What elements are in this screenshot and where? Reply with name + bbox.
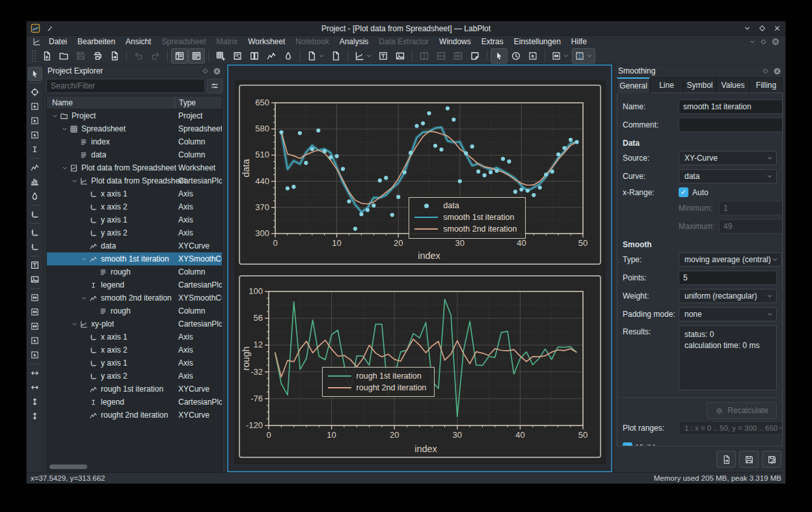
tab-general[interactable]: General: [617, 77, 650, 93]
shift-left-x-button[interactable]: [28, 366, 42, 380]
magnification-button[interactable]: [548, 48, 572, 64]
select-tool-button[interactable]: [28, 67, 42, 81]
menu-extras[interactable]: Extras: [476, 37, 509, 46]
mdi-restore-button[interactable]: [760, 38, 767, 46]
add-image-button[interactable]: [28, 273, 42, 286]
auto-scale-x-button[interactable]: [28, 305, 42, 319]
plot-legend[interactable]: rough 1st iterationrought 2nd iteration: [322, 367, 435, 397]
tab-values[interactable]: Values: [716, 77, 750, 93]
zoom-y-select-tool-button[interactable]: [28, 128, 42, 142]
add-text-label-button[interactable]: [28, 258, 42, 272]
tree-row-project-project[interactable]: ProjectProject: [47, 109, 222, 122]
tree-row-rough-column[interactable]: roughColumn: [47, 304, 222, 317]
dock-float-button[interactable]: [202, 68, 209, 75]
y-axis-title[interactable]: rough: [241, 346, 251, 370]
expander-chevron-icon[interactable]: [70, 321, 79, 328]
tree-header-name[interactable]: Name: [47, 98, 174, 107]
tree-row-y-axis-1-axis[interactable]: y axis 1Axis: [47, 213, 222, 226]
x-axis-title[interactable]: index: [418, 250, 440, 261]
add-fourier-filter-button[interactable]: [28, 189, 42, 203]
expander-chevron-icon[interactable]: [80, 256, 88, 263]
color-maps-button[interactable]: [280, 48, 297, 64]
comment-field[interactable]: [679, 118, 783, 132]
weight-combobox[interactable]: uniform (rectangular): [679, 289, 777, 303]
export-button[interactable]: [106, 48, 123, 64]
new-workbook-button[interactable]: [246, 48, 263, 64]
add-bottom-axis-button[interactable]: [28, 226, 42, 239]
plot-legend[interactable]: datasmooth 1st iterationsmooth 2nd itera…: [409, 197, 525, 239]
menu-worksheet[interactable]: Worksheet: [243, 37, 290, 46]
tree-row-index-column[interactable]: indexColumn: [47, 135, 222, 148]
y-axis-title[interactable]: data: [241, 158, 251, 177]
new-project-button[interactable]: [38, 48, 55, 64]
menu-hilfe[interactable]: Hilfe: [566, 37, 592, 46]
add-axis-button[interactable]: [28, 208, 42, 221]
zoom-x-select-tool-button[interactable]: [28, 114, 42, 128]
toggle-project-explorer-button[interactable]: [171, 48, 188, 64]
tree-row-smooth-2nd-iteration-xysmoothcurve[interactable]: smooth 2nd iterationXYSmoothCurve: [47, 291, 222, 304]
new-matrix-button[interactable]: [229, 48, 246, 64]
pin-icon[interactable]: [46, 25, 53, 33]
tree-header-type[interactable]: Type: [174, 96, 222, 109]
zoom-out-button[interactable]: [28, 348, 42, 362]
points-spinbox[interactable]: [679, 271, 777, 285]
tree-row-xy-plot-cartesianplot[interactable]: xy-plotCartesianPlot: [47, 317, 222, 330]
tree-row-legend-cartesianplotlegend[interactable]: legendCartesianPlotLegend: [47, 396, 222, 409]
tree-row-data-xycurve[interactable]: dataXYCurve: [47, 239, 222, 252]
shift-down-y-button[interactable]: [28, 409, 42, 423]
menu-ansicht[interactable]: Ansicht: [120, 37, 156, 46]
mdi-close-button[interactable]: [771, 37, 780, 46]
zoom-select-tool-button[interactable]: [28, 100, 42, 113]
worksheet-page[interactable]: 01020304050300370440510580650indexdata d…: [235, 81, 605, 464]
type-combobox[interactable]: moving average (central): [679, 252, 782, 267]
menu-analysis[interactable]: Analysis: [334, 37, 374, 46]
worksheet-view[interactable]: 01020304050300370440510580650indexdata d…: [227, 64, 612, 472]
plot-data-from-spreadsheet[interactable]: 01020304050300370440510580650indexdata d…: [239, 85, 601, 265]
search-input[interactable]: [46, 79, 205, 93]
load-config-button[interactable]: [716, 451, 736, 468]
padding-mode-combobox[interactable]: none: [679, 307, 777, 321]
close-button[interactable]: [773, 24, 781, 33]
mdi-minimize-button[interactable]: [749, 38, 756, 46]
tab-symbol[interactable]: Symbol: [683, 77, 716, 93]
toolbar-handle[interactable]: [32, 50, 36, 62]
expander-chevron-icon[interactable]: [51, 113, 59, 120]
curve-combobox[interactable]: data: [679, 169, 777, 183]
print-button[interactable]: [89, 48, 106, 64]
points-field[interactable]: [679, 271, 777, 284]
open-project-button[interactable]: [55, 48, 72, 64]
add-xy-curve-button[interactable]: [28, 161, 42, 174]
expander-chevron-icon[interactable]: [80, 295, 88, 302]
zoom-level-button[interactable]: [572, 48, 595, 64]
tree-row-legend-cartesianplotlegend[interactable]: legendCartesianPlotLegend: [47, 278, 222, 291]
auto-scale-button[interactable]: [28, 291, 42, 304]
tree-row-x-axis-1-axis[interactable]: x axis 1Axis: [47, 187, 222, 200]
expander-chevron-icon[interactable]: [70, 178, 79, 185]
add-plot-button[interactable]: [351, 48, 375, 64]
title-bar[interactable]: Project - [Plot data from Spreadsheet] —…: [27, 21, 785, 36]
source-combobox[interactable]: XY-Curve: [679, 151, 777, 165]
save-config-button[interactable]: [739, 451, 759, 468]
cursor-line-tool-button[interactable]: [28, 142, 42, 156]
add-histogram-button[interactable]: [28, 175, 42, 189]
tree-row-x-axis-1-axis[interactable]: x axis 1Axis: [47, 330, 222, 344]
navigation-mode-button[interactable]: [508, 48, 524, 64]
crosshair-tool-button[interactable]: [28, 85, 42, 99]
tab-line[interactable]: Line: [650, 77, 683, 93]
new-worksheet-button[interactable]: [304, 48, 327, 64]
scrollbar-thumb[interactable]: [49, 465, 87, 469]
shift-up-y-button[interactable]: [28, 395, 42, 409]
dock-close-button[interactable]: [213, 67, 221, 75]
menu-windows[interactable]: Windows: [434, 37, 476, 46]
dock-close-button[interactable]: [773, 67, 781, 75]
filter-options-button[interactable]: [207, 79, 223, 93]
project-explorer-header[interactable]: Project Explorer: [44, 64, 225, 77]
expander-chevron-icon[interactable]: [61, 165, 69, 172]
sticky-note-button[interactable]: [467, 48, 483, 64]
menu-datei[interactable]: Datei: [44, 37, 72, 46]
tree-row-rough-1st-iteration-xycurve[interactable]: rough 1st iterationXYCurve: [47, 383, 222, 396]
x-axis-title[interactable]: index: [414, 444, 437, 454]
toggle-properties-explorer-button[interactable]: [188, 48, 205, 64]
menu-bearbeiten[interactable]: Bearbeiten: [72, 37, 120, 46]
expander-chevron-icon[interactable]: [61, 126, 69, 133]
